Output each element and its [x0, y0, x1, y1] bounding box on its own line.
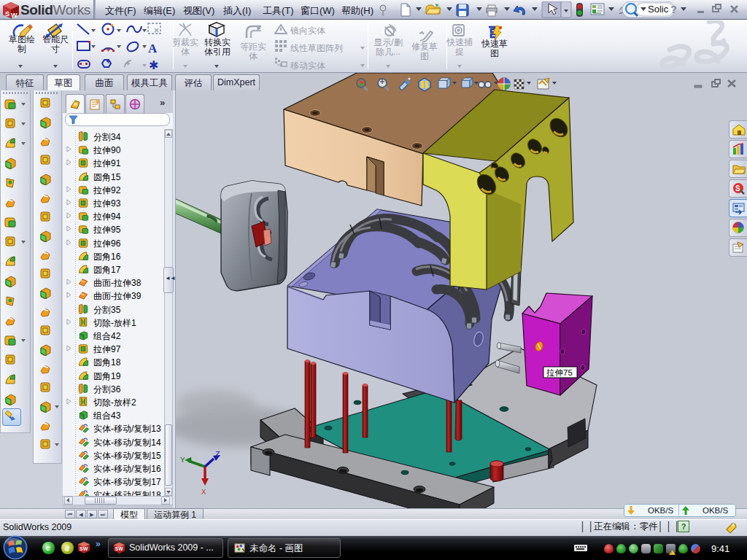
svg-text:Solic: Solic: [648, 4, 669, 15]
svg-text:SW: SW: [80, 546, 88, 551]
svg-text:SW: SW: [115, 546, 123, 551]
svg-text:?: ?: [670, 3, 677, 15]
svg-text:+: +: [419, 30, 423, 36]
svg-text:S: S: [5, 10, 9, 18]
svg-text:W: W: [11, 12, 18, 19]
svg-text:✱: ✱: [149, 59, 158, 71]
svg-text:A: A: [148, 42, 158, 55]
svg-text:S: S: [735, 184, 740, 192]
svg-text:Y: Y: [180, 456, 185, 464]
svg-text:X: X: [201, 488, 206, 497]
svg-text:Z: Z: [215, 450, 220, 459]
svg-text:拉伸75: 拉伸75: [546, 368, 573, 377]
